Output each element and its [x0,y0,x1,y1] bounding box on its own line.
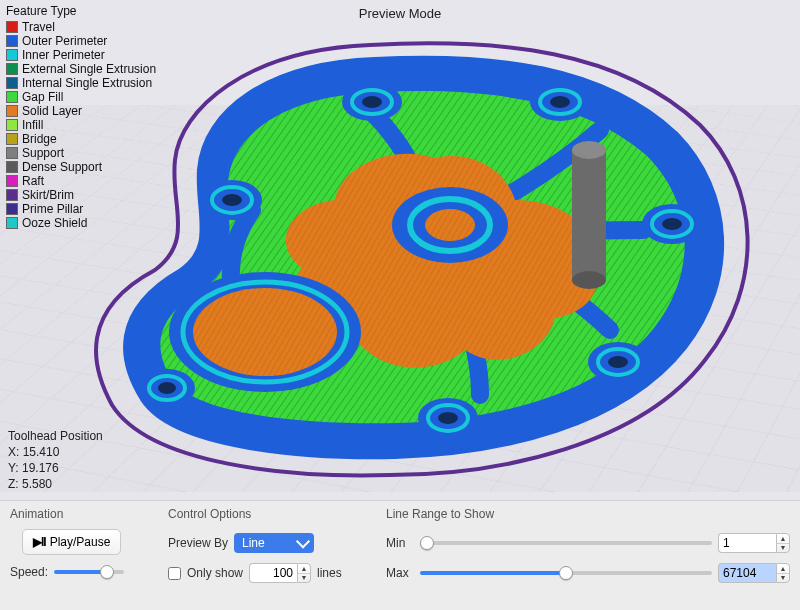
legend-swatch [6,175,18,187]
play-pause-button[interactable]: ▶II Play/Pause [22,529,121,555]
legend-item: Skirt/Brim [6,188,156,202]
line-range-title: Line Range to Show [386,507,790,521]
legend-item: Solid Layer [6,104,156,118]
legend-label: Outer Perimeter [22,34,107,48]
legend-label: Gap Fill [22,90,63,104]
max-slider[interactable] [420,571,712,575]
line-range-group: Line Range to Show Min ▲▼ Max ▲▼ [386,507,790,600]
min-slider[interactable] [420,541,712,545]
legend-swatch [6,77,18,89]
max-label: Max [386,566,414,580]
preview-viewport[interactable]: Preview Mode Feature Type TravelOuter Pe… [0,0,800,500]
legend-label: Skirt/Brim [22,188,74,202]
preview-by-label: Preview By [168,536,228,550]
legend-item: Dense Support [6,160,156,174]
legend-label: Prime Pillar [22,202,83,216]
toolhead-position: Toolhead Position X: 15.410 Y: 19.176 Z:… [8,428,103,492]
legend-swatch [6,21,18,33]
animation-title: Animation [10,507,150,521]
legend-swatch [6,119,18,131]
legend-label: Inner Perimeter [22,48,105,62]
legend-label: Support [22,146,64,160]
max-value[interactable] [718,563,776,583]
speed-label: Speed: [10,565,48,579]
min-value[interactable] [718,533,776,553]
legend-item: Ooze Shield [6,216,156,230]
preview-by-select[interactable]: Line [234,533,314,553]
legend-item: Gap Fill [6,90,156,104]
legend-item: Raft [6,174,156,188]
legend-item: Outer Perimeter [6,34,156,48]
legend-swatch [6,91,18,103]
legend-item: Infill [6,118,156,132]
controls-bar: Animation ▶II Play/Pause Speed: Control … [0,500,800,610]
legend-label: External Single Extrusion [22,62,156,76]
legend-label: Ooze Shield [22,216,87,230]
toolhead-y: Y: 19.176 [8,460,103,476]
legend-swatch [6,161,18,173]
play-pause-label: Play/Pause [50,535,111,549]
only-show-stepper[interactable]: ▲▼ [297,563,311,583]
legend-label: Bridge [22,132,57,146]
legend-swatch [6,203,18,215]
legend-label: Infill [22,118,43,132]
only-show-checkbox[interactable] [168,567,181,580]
only-show-label: Only show [187,566,243,580]
toolhead-title: Toolhead Position [8,428,103,444]
legend-swatch [6,63,18,75]
toolhead-x: X: 15.410 [8,444,103,460]
min-label: Min [386,536,414,550]
speed-slider[interactable] [54,570,124,574]
max-stepper[interactable]: ▲▼ [776,563,790,583]
control-options-title: Control Options [168,507,368,521]
legend-swatch [6,35,18,47]
legend-item: External Single Extrusion [6,62,156,76]
legend-swatch [6,105,18,117]
legend-label: Dense Support [22,160,102,174]
legend-label: Travel [22,20,55,34]
animation-group: Animation ▶II Play/Pause Speed: [10,507,150,600]
only-show-suffix: lines [317,566,342,580]
legend-label: Solid Layer [22,104,82,118]
play-pause-icon: ▶II [33,535,46,549]
control-options-group: Control Options Preview By Line Only sho… [168,507,368,600]
legend-swatch [6,133,18,145]
min-stepper[interactable]: ▲▼ [776,533,790,553]
legend-swatch [6,147,18,159]
legend-title: Feature Type [6,4,156,18]
legend-label: Raft [22,174,44,188]
legend-swatch [6,49,18,61]
legend-item: Prime Pillar [6,202,156,216]
legend-item: Bridge [6,132,156,146]
feature-type-legend: Feature Type TravelOuter PerimeterInner … [6,4,156,230]
legend-swatch [6,189,18,201]
legend-item: Travel [6,20,156,34]
toolhead-z: Z: 5.580 [8,476,103,492]
only-show-value[interactable] [249,563,297,583]
legend-item: Internal Single Extrusion [6,76,156,90]
legend-label: Internal Single Extrusion [22,76,152,90]
legend-item: Inner Perimeter [6,48,156,62]
legend-item: Support [6,146,156,160]
legend-swatch [6,217,18,229]
